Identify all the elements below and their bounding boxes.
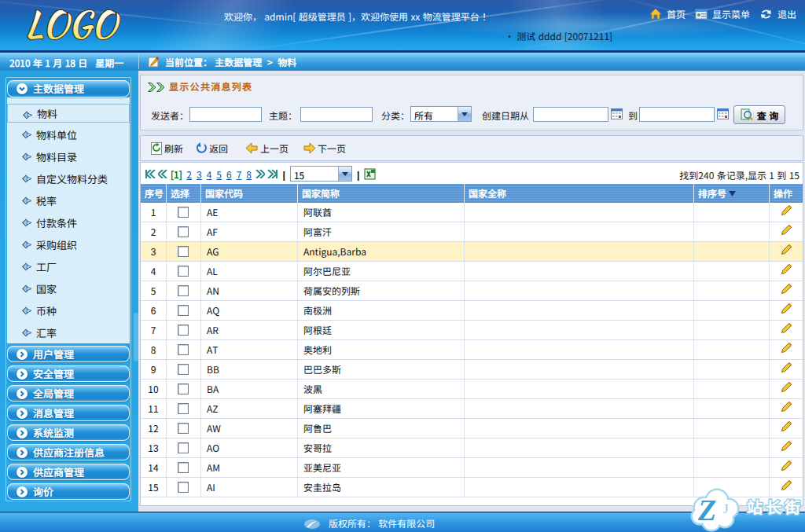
svg-text:J: J [723,501,729,516]
svg-text:站长街: 站长街 [747,495,803,518]
svg-text:Z: Z [697,493,716,526]
svg-text:LOGO: LOGO [25,1,120,46]
